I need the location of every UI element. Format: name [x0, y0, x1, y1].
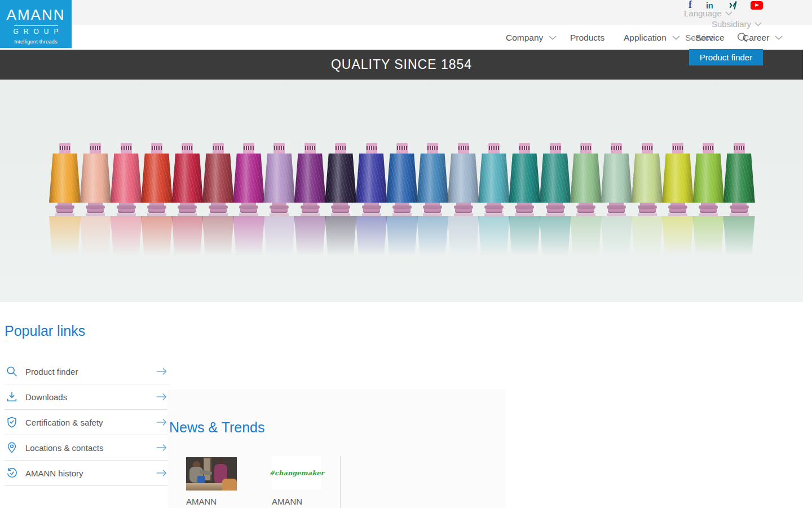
spool-cap	[550, 143, 561, 154]
thread-spool	[263, 143, 295, 284]
link-label: Certification & safety	[25, 418, 103, 427]
thread-spool	[570, 143, 602, 284]
spool-reflection	[540, 216, 571, 266]
spool-body	[111, 154, 142, 203]
spool-reflection	[209, 213, 228, 216]
spool-reflection	[111, 216, 142, 266]
link-product-finder[interactable]: Product finder	[5, 359, 169, 384]
spool-reflection	[331, 213, 350, 216]
spool-body	[356, 154, 387, 203]
nav-item-products[interactable]: Products	[570, 33, 604, 43]
spool-reflection	[117, 213, 136, 216]
spool-base	[700, 209, 717, 213]
spool-reflection	[202, 216, 234, 266]
link-label: AMANN history	[25, 468, 83, 478]
spool-reflection	[692, 216, 724, 266]
spool-cap	[90, 143, 101, 154]
thread-spool	[539, 143, 572, 284]
spool-reflection	[147, 213, 166, 216]
spool-reflection	[454, 213, 473, 216]
subsidiary-selector[interactable]: Subsidiary	[712, 19, 762, 29]
link-certification-safety[interactable]: Certification & safety	[5, 410, 169, 435]
logo-tagline: Intelligent threads	[0, 39, 72, 45]
thread-spool	[79, 143, 112, 284]
spool-base	[731, 209, 748, 213]
thread-spool	[386, 143, 418, 284]
thread-spool	[294, 143, 326, 284]
language-selector[interactable]: Language	[684, 8, 732, 18]
spool-reflection	[417, 216, 448, 266]
spool-base	[547, 209, 564, 213]
spool-reflection	[294, 216, 326, 266]
spool-base	[577, 209, 594, 213]
spool-reflection	[484, 213, 504, 216]
thread-spool	[508, 143, 541, 284]
spool-base	[332, 209, 349, 213]
spool-reflection	[141, 216, 173, 266]
spool-base	[455, 209, 472, 213]
spool-cap	[59, 143, 70, 154]
history-icon	[6, 467, 18, 479]
news-card-photo[interactable]	[186, 457, 237, 491]
thread-spool	[600, 143, 633, 284]
amann-group-logo[interactable]: AMANN GROUP Intelligent threads	[0, 0, 72, 48]
spool-reflection	[607, 213, 626, 216]
news-card-caption[interactable]: AMANN	[186, 497, 217, 506]
link-downloads[interactable]: Downloads	[5, 384, 169, 410]
thread-spool	[171, 143, 204, 284]
spool-cap	[458, 143, 469, 154]
nav-label: Service	[695, 33, 725, 43]
news-card-caption[interactable]: AMANN	[272, 497, 302, 506]
nav-item-application[interactable]: Application	[624, 33, 680, 43]
spool-reflection	[239, 213, 258, 216]
arrow-right-icon	[156, 443, 168, 452]
link-amann-history[interactable]: AMANN history	[5, 461, 169, 486]
nav-label: Products	[570, 33, 604, 43]
spool-body	[263, 154, 295, 203]
thread-spool	[355, 143, 388, 284]
popular-links-title: Popular links	[5, 323, 85, 339]
news-card-changemaker[interactable]: #changemaker	[272, 456, 321, 490]
thread-spool	[232, 143, 265, 284]
spool-body	[294, 154, 326, 203]
spool-body	[171, 154, 203, 203]
thread-spool	[48, 143, 81, 284]
spool-base	[118, 209, 135, 213]
spool-body	[448, 154, 479, 203]
spool-cap	[243, 143, 254, 154]
hero-image-thread-spools	[0, 80, 803, 302]
chevron-down-icon	[672, 36, 680, 40]
spool-cap	[427, 143, 438, 154]
spool-body	[662, 154, 694, 203]
spool-reflection	[699, 213, 718, 216]
youtube-icon[interactable]	[751, 1, 763, 10]
link-locations-contacts[interactable]: Locations & contacts	[5, 435, 169, 461]
link-label: Product finder	[25, 367, 78, 376]
photo-foreground-object	[222, 479, 237, 491]
spool-base	[179, 209, 196, 213]
download-icon	[6, 391, 18, 403]
spool-base	[516, 209, 533, 213]
link-label: Downloads	[25, 392, 67, 402]
spool-body	[478, 154, 510, 203]
spool-reflection	[509, 216, 540, 266]
thread-spool	[661, 143, 694, 284]
spool-cap	[672, 143, 683, 154]
nav-item-career[interactable]: Career	[743, 33, 783, 43]
spool-cap	[273, 143, 285, 154]
spool-base	[639, 209, 656, 213]
spool-reflection	[86, 213, 105, 216]
spool-base	[363, 209, 380, 213]
spool-reflection	[233, 216, 264, 266]
arrow-right-icon	[156, 418, 168, 427]
nav-item-company[interactable]: Company	[506, 33, 557, 43]
spool-reflection	[55, 213, 74, 216]
product-finder-button[interactable]: Product finder	[689, 49, 763, 65]
spool-reflection	[80, 216, 111, 266]
thread-spool	[202, 143, 235, 284]
spool-reflection	[662, 216, 694, 266]
spool-reflection	[178, 213, 197, 216]
nav-item-service[interactable]: Service	[695, 33, 725, 43]
news-trends-title: News & Trends	[169, 419, 265, 436]
spool-body	[202, 154, 234, 203]
